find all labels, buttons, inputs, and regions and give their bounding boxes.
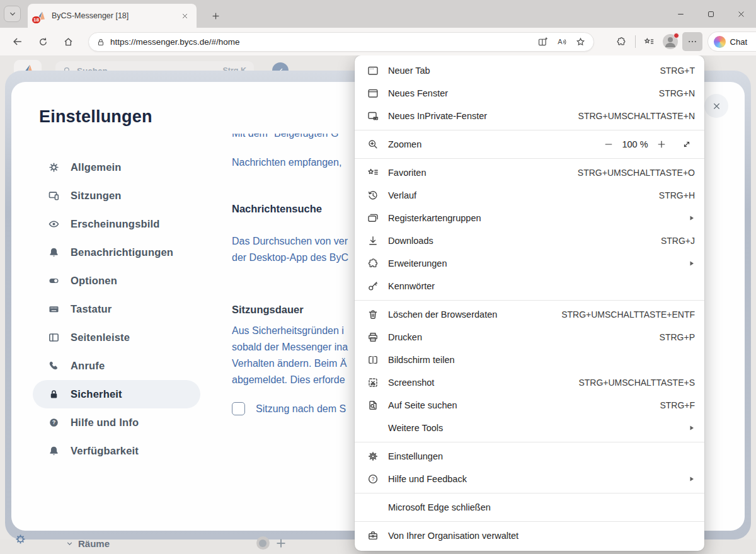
menu-item-löschen-der-browserdaten[interactable]: Löschen der BrowserdatenSTRG+UMSCHALTTAS…: [355, 303, 704, 326]
tab-close-button[interactable]: [179, 10, 190, 21]
find-on-page-icon: [367, 399, 379, 412]
menu-item-favoriten[interactable]: FavoritenSTRG+UMSCHALTTASTE+O: [355, 161, 704, 184]
menu-item-shortcut: STRG+N: [659, 88, 695, 98]
menu-item-screenshot[interactable]: ScreenshotSTRG+UMSCHALTTASTE+S: [355, 371, 704, 394]
add-favorite-button[interactable]: [572, 34, 588, 50]
browser-toolbar: https://messenger.bycs.de/#/home A Chat: [0, 28, 756, 55]
session-logout-checkbox[interactable]: [232, 402, 245, 415]
svg-text:?: ?: [372, 476, 375, 482]
menu-item-label: Downloads: [388, 236, 661, 246]
menu-item-weitere-tools[interactable]: Weitere Tools: [355, 417, 704, 439]
rooms-extra-icon[interactable]: [256, 536, 270, 550]
sidebar-item-tastatur[interactable]: Tastatur: [33, 295, 200, 323]
menu-item-erweiterungen[interactable]: Erweiterungen: [355, 252, 704, 275]
menu-item-neues-inprivate-fenster[interactable]: Neues InPrivate-FensterSTRG+UMSCHALTTAST…: [355, 105, 704, 127]
menu-item-kennwörter[interactable]: Kennwörter: [355, 275, 704, 297]
back-button[interactable]: [10, 34, 25, 49]
menu-item-verlauf[interactable]: VerlaufSTRG+H: [355, 184, 704, 207]
close-window-button[interactable]: [726, 0, 756, 28]
content-line: Verhalten ändern. Beim Ä: [232, 358, 346, 369]
address-bar[interactable]: https://messenger.bycs.de/#/home A: [88, 32, 594, 52]
menu-item-zoomen[interactable]: Zoomen100 %: [355, 133, 704, 156]
lock-icon: [96, 38, 105, 47]
sidebar-item-label: Sitzungen: [71, 190, 122, 202]
sidebar-item-sicherheit[interactable]: Sicherheit: [33, 380, 200, 408]
sidebar-item-label: Sicherheit: [71, 388, 122, 400]
no-icon-spacer: [367, 501, 379, 514]
menu-item-einstellungen[interactable]: Einstellungen: [355, 445, 704, 468]
rooms-label: Räume: [78, 538, 110, 549]
sidebar-item-erscheinungsbild[interactable]: Erscheinungsbild: [33, 210, 200, 238]
menu-item-shortcut: STRG+UMSCHALTTASTE+O: [578, 168, 695, 178]
content-line: Aus Sicherheitsgründen i: [232, 325, 344, 337]
menu-item-auf-seite-suchen[interactable]: Auf Seite suchenSTRG+F: [355, 394, 704, 417]
menu-item-shortcut: STRG+UMSCHALTTASTE+S: [578, 378, 695, 388]
menu-item-neuer-tab[interactable]: Neuer TabSTRG+T: [355, 59, 704, 82]
settings-close-button[interactable]: [704, 94, 728, 118]
menu-item-label: Neues Fenster: [388, 88, 659, 98]
add-room-button[interactable]: [275, 537, 287, 550]
sidebar-item-seitenleiste[interactable]: Seitenleiste: [33, 323, 200, 352]
browser-tab[interactable]: 18 ByCS-Messenger [18]: [28, 4, 197, 28]
settings-gear-icon: [367, 450, 379, 463]
close-icon: [181, 13, 188, 20]
sidebar-item-hilfe-und-info[interactable]: ? Hilfe und Info: [33, 408, 200, 437]
extensions-button[interactable]: [613, 33, 629, 50]
favorites-button[interactable]: [641, 33, 658, 50]
sidebar-item-benachrichtigungen[interactable]: Benachrichtigungen: [33, 238, 200, 267]
inprivate-icon: [367, 110, 379, 122]
menu-item-drucken[interactable]: DruckenSTRG+P: [355, 326, 704, 349]
new-tab-button[interactable]: [208, 8, 223, 23]
svg-text:?: ?: [52, 419, 55, 425]
menu-item-shortcut: STRG+F: [660, 400, 695, 410]
zoom-in-button[interactable]: [652, 136, 671, 153]
sidebar-item-sitzungen[interactable]: Sitzungen: [33, 182, 200, 210]
menu-item-hilfe-und-feedback[interactable]: ?Hilfe und Feedback: [355, 468, 704, 490]
screenshot-icon: [367, 376, 379, 389]
side-toggle-icon: [48, 275, 60, 287]
sidebar-item-label: Verfügbarkeit: [71, 445, 139, 457]
menu-item-neues-fenster[interactable]: Neues FensterSTRG+N: [355, 82, 704, 105]
menu-item-label: Registerkartengruppen: [388, 213, 689, 223]
sidebar-item-allgemein[interactable]: Allgemein: [33, 153, 200, 182]
menu-item-microsoft-edge-schließen[interactable]: Microsoft Edge schließen: [355, 496, 704, 519]
content-line: der Desktop-App des ByC: [232, 252, 348, 263]
read-aloud-button[interactable]: A: [553, 34, 570, 50]
side-eye-icon: [48, 218, 60, 230]
split-screen-button[interactable]: [534, 34, 551, 50]
menu-item-label: Drucken: [388, 332, 660, 342]
maximize-button[interactable]: [696, 0, 726, 28]
menu-item-label: Zoomen: [388, 139, 599, 149]
toolbar-divider: [635, 35, 636, 48]
zoom-out-button[interactable]: [599, 136, 618, 153]
url-text[interactable]: https://messenger.bycs.de/#/home: [110, 37, 532, 47]
menu-item-downloads[interactable]: DownloadsSTRG+J: [355, 229, 704, 252]
home-button[interactable]: [60, 34, 76, 49]
tab-search-button[interactable]: [4, 6, 21, 22]
menu-item-registerkartengruppen[interactable]: Registerkartengruppen: [355, 207, 704, 229]
menu-item-label: Bildschirm teilen: [388, 355, 695, 365]
toolbar-right: Chat: [610, 32, 756, 52]
section-heading-sitzungsdauer: Sitzungsdauer: [232, 304, 304, 316]
copilot-chat-button[interactable]: Chat: [707, 32, 756, 52]
menu-item-label: Von Ihrer Organisation verwaltet: [388, 531, 695, 541]
menu-item-von-ihrer-organisation-verwaltet[interactable]: Von Ihrer Organisation verwaltet: [355, 524, 704, 547]
menu-divider: [355, 493, 704, 493]
menu-item-bildschirm-teilen[interactable]: Bildschirm teilen: [355, 349, 704, 371]
menu-divider: [355, 158, 704, 159]
rooms-section-header[interactable]: Räume: [66, 538, 110, 549]
sidebar-item-label: Tastatur: [71, 303, 112, 315]
back-arrow-icon: [12, 36, 23, 47]
profile-avatar[interactable]: [663, 34, 678, 49]
menu-divider: [355, 442, 704, 442]
sidebar-item-verf-gbarkeit[interactable]: Verfügbarkeit: [33, 437, 200, 465]
sidebar-item-anrufe[interactable]: Anrufe: [33, 352, 200, 380]
quick-settings-gear-icon[interactable]: [14, 533, 27, 546]
fullscreen-button[interactable]: [679, 136, 695, 153]
refresh-button[interactable]: [35, 34, 50, 49]
browser-menu-button[interactable]: [682, 32, 702, 51]
sidebar-item-optionen[interactable]: Optionen: [33, 267, 200, 295]
menu-item-label: Erweiterungen: [388, 258, 689, 268]
menu-item-label: Neues InPrivate-Fenster: [388, 111, 578, 121]
minimize-button[interactable]: [665, 0, 696, 28]
